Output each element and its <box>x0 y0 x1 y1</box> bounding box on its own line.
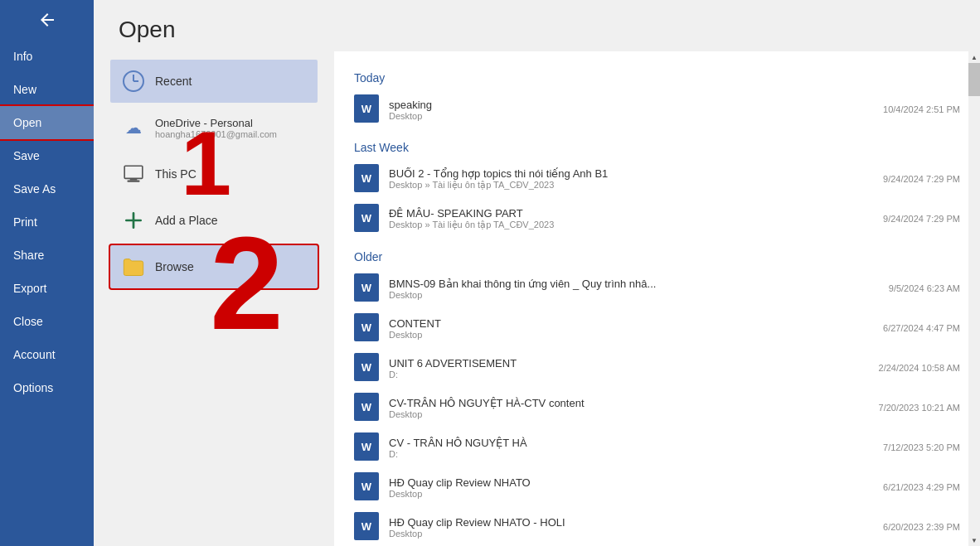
svg-rect-1 <box>130 178 138 180</box>
sidebar-item-open[interactable]: Open <box>0 106 94 139</box>
location-onedrive[interactable]: ☁ OneDrive - Personal hoangha1672001@gma… <box>110 106 318 149</box>
section-last-week: Last Week <box>351 141 963 154</box>
word-file-icon: W <box>354 432 381 462</box>
section-today: Today <box>351 71 963 85</box>
word-file-icon: W <box>354 313 381 343</box>
files-panel: Today W speaking Desktop 10/4/2024 2:51 … <box>334 51 980 546</box>
files-scroll[interactable]: Today W speaking Desktop 10/4/2024 2:51 … <box>334 51 980 546</box>
word-file-icon: W <box>354 472 381 502</box>
sidebar-item-save[interactable]: Save <box>0 139 94 172</box>
back-icon <box>37 10 57 30</box>
back-button[interactable] <box>0 0 94 40</box>
sidebar-item-account[interactable]: Account <box>0 338 94 371</box>
file-item-bmns09[interactable]: W BMNS-09 Bản khai thông tin ứng viên _ … <box>351 268 963 308</box>
file-item-speaking[interactable]: W speaking Desktop 10/4/2024 2:51 PM <box>351 89 963 129</box>
folder-icon <box>122 255 145 278</box>
sidebar-item-save-as[interactable]: Save As <box>0 172 94 205</box>
sidebar-item-close[interactable]: Close <box>0 305 94 338</box>
file-item-unit6[interactable]: W UNIT 6 ADVERTISEMENT D: 2/24/2024 10:5… <box>351 348 963 388</box>
sidebar-item-export[interactable]: Export <box>0 272 94 305</box>
location-add-place[interactable]: Add a Place <box>110 199 318 242</box>
content-split: 1 Recent ☁ OneDrive - Personal hoangha16… <box>94 51 980 546</box>
word-file-icon: W <box>354 94 381 124</box>
svg-rect-0 <box>124 166 143 178</box>
location-this-pc[interactable]: This PC <box>110 152 318 196</box>
scroll-up-arrow[interactable]: ▲ <box>968 51 980 63</box>
sidebar-item-print[interactable]: Print <box>0 205 94 239</box>
sidebar-item-options[interactable]: Options <box>0 371 94 404</box>
file-item-content[interactable]: W CONTENT Desktop 6/27/2024 4:47 PM <box>351 308 963 348</box>
scroll-thumb[interactable] <box>968 63 980 96</box>
section-older: Older <box>351 250 963 263</box>
file-item-cv-tran-ctv[interactable]: W CV-TRẦN HỒ NGUYỆT HÀ-CTV content Deskt… <box>351 388 963 428</box>
word-file-icon: W <box>354 164 381 194</box>
file-item-hd-quay-nhato[interactable]: W HĐ Quay clip Review NHATO Desktop 6/21… <box>351 467 963 507</box>
word-file-icon: W <box>354 393 381 423</box>
cloud-icon: ☁ <box>122 116 145 139</box>
scroll-down-arrow[interactable]: ▼ <box>968 534 980 546</box>
locations-panel: 1 Recent ☁ OneDrive - Personal hoangha16… <box>94 51 334 546</box>
file-item-demau[interactable]: W ĐỀ MẪU- SPEAKING PART Desktop » Tài li… <box>351 199 963 239</box>
main-content: Open 1 Recent ☁ OneDrive - Personal hoan… <box>94 0 980 546</box>
location-browse[interactable]: Browse <box>110 245 318 288</box>
word-file-icon: W <box>354 204 381 234</box>
word-file-icon: W <box>354 273 381 303</box>
word-file-icon: W <box>354 512 381 542</box>
clock-icon <box>122 70 145 93</box>
plus-icon <box>122 209 145 232</box>
page-title: Open <box>119 17 955 43</box>
sidebar: Info New Open Save Save As Print Share E… <box>0 0 94 546</box>
word-file-icon: W <box>354 353 381 383</box>
page-title-area: Open <box>94 0 980 51</box>
location-recent[interactable]: Recent <box>110 60 318 103</box>
pc-icon <box>122 162 145 186</box>
sidebar-item-info[interactable]: Info <box>0 40 94 73</box>
svg-rect-2 <box>127 181 139 182</box>
scrollbar[interactable]: ▲ ▼ <box>968 51 980 546</box>
file-item-buoi2[interactable]: W BUỔI 2 - Tổng hợp topics thi nói tiếng… <box>351 159 963 199</box>
sidebar-item-share[interactable]: Share <box>0 239 94 272</box>
file-item-cv-tran[interactable]: W CV - TRẦN HỒ NGUYỆT HÀ D: 7/12/2023 5:… <box>351 428 963 467</box>
file-item-hd-quay-nhato-holi[interactable]: W HĐ Quay clip Review NHATO - HOLI Deskt… <box>351 507 963 546</box>
sidebar-item-new[interactable]: New <box>0 73 94 106</box>
